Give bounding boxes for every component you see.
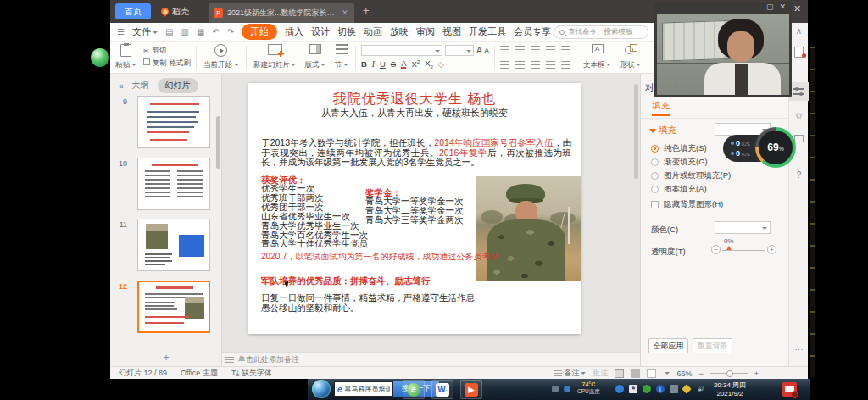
- menu-transition[interactable]: 切换: [337, 25, 356, 38]
- underline-button[interactable]: U: [380, 59, 386, 69]
- radio-pattern-fill[interactable]: 图案填充(A): [651, 184, 707, 195]
- add-slide-button[interactable]: +: [110, 352, 222, 364]
- tray-diamond-icon[interactable]: [682, 384, 691, 393]
- menu-devtools[interactable]: 开发工具: [469, 25, 506, 38]
- menu-review[interactable]: 审阅: [416, 25, 435, 38]
- panel-collapse-button[interactable]: «: [119, 81, 124, 91]
- taskbar-app-wps[interactable]: W·: [431, 380, 453, 399]
- format-painter-button[interactable]: 格式刷: [169, 58, 191, 69]
- slide-sorter-icon[interactable]: [631, 369, 640, 378]
- webcam-maximize-icon[interactable]: ▢: [766, 3, 774, 11]
- more-icon[interactable]: ···: [789, 345, 809, 354]
- zoom-in-button[interactable]: +: [754, 369, 759, 378]
- align-left-icon[interactable]: [500, 61, 509, 69]
- tray-dot-icon[interactable]: [564, 386, 570, 392]
- tab-home[interactable]: 首页: [115, 3, 151, 19]
- menu-view[interactable]: 视图: [442, 25, 461, 38]
- paste-button[interactable]: 粘贴: [114, 43, 138, 71]
- section-button[interactable]: 节: [332, 43, 350, 71]
- hamburger-icon[interactable]: ☰: [117, 27, 125, 36]
- floating-ball-icon[interactable]: [91, 48, 109, 67]
- zoom-slider-handle[interactable]: [726, 370, 733, 377]
- slide-title[interactable]: 我院优秀退役大学生 杨也: [248, 91, 581, 108]
- awards-list[interactable]: 优秀学生一次 优秀班干部两次 优秀团干部一次 山东省优秀毕业生一次 青岛大学优秀…: [261, 184, 368, 248]
- scholarship-list[interactable]: 青岛大学一等奖学金一次 青岛大学二等奖学金一次 青岛大学三等奖学金两次: [365, 197, 464, 225]
- zoom-slider[interactable]: [710, 373, 748, 374]
- play-from-current-button[interactable]: 当前开始: [202, 43, 241, 71]
- properties-panel-icon-selected[interactable]: [789, 82, 809, 101]
- numbering-icon[interactable]: [515, 46, 525, 53]
- transparency-plus-button[interactable]: +: [767, 245, 776, 254]
- new-tab-button[interactable]: +: [363, 4, 370, 17]
- reading-view-icon[interactable]: [647, 369, 656, 378]
- textbox-button[interactable]: A 文本框: [581, 43, 614, 71]
- font-color-button[interactable]: A: [401, 59, 406, 69]
- justify-icon[interactable]: [546, 61, 555, 69]
- superscript-button[interactable]: X2: [411, 59, 420, 69]
- panel-scrollbar[interactable]: [216, 116, 220, 169]
- command-search-input[interactable]: 查找命令、搜索模板: [554, 25, 648, 39]
- webcam-window[interactable]: ▢ ✕: [654, 2, 792, 97]
- preview-icon[interactable]: ▦: [197, 27, 204, 36]
- net-speed-widget[interactable]: 0K/S 0K/S 69%: [723, 127, 796, 168]
- tab-slides[interactable]: 幻灯片: [158, 78, 198, 93]
- slide-thumbnail-10[interactable]: [137, 158, 210, 210]
- taskbar-search-input[interactable]: e 黑马程序员培训...: [334, 381, 393, 397]
- highlight-button[interactable]: ◇: [438, 59, 444, 69]
- closing-lines[interactable]: 日复一日做同一件事情，精益求精，严格遵守生活作息 愚公移山的坚毅和耐心。: [261, 293, 475, 313]
- checkbox-hide-background[interactable]: 隐藏背景图形(H): [651, 199, 723, 210]
- menu-animation[interactable]: 动画: [364, 25, 382, 38]
- distribute-icon[interactable]: [561, 61, 570, 69]
- transparency-slider[interactable]: [722, 250, 765, 251]
- slide-thumbnail-11[interactable]: [137, 219, 210, 271]
- slide-thumbnail-12-selected[interactable]: [137, 281, 210, 333]
- align-right-icon[interactable]: [531, 61, 540, 69]
- strikethrough-button[interactable]: S: [391, 59, 396, 69]
- italic-button[interactable]: I: [372, 60, 375, 69]
- effects-star-icon[interactable]: ✩: [789, 111, 809, 120]
- tab-shell[interactable]: 稻壳: [156, 3, 194, 19]
- redo-icon[interactable]: ↷: [227, 27, 234, 36]
- comments-toggle[interactable]: 批注: [593, 368, 608, 379]
- chevron-down-icon[interactable]: [665, 372, 670, 375]
- tab-outline[interactable]: 大纲: [132, 80, 149, 92]
- webcam-close-icon[interactable]: ✕: [779, 3, 786, 11]
- network-icon[interactable]: [670, 385, 678, 393]
- soldier-photo[interactable]: [476, 176, 581, 281]
- menu-slideshow[interactable]: 放映: [390, 25, 409, 38]
- color-dropdown[interactable]: [715, 221, 771, 234]
- bold-button[interactable]: B: [361, 59, 367, 69]
- indent-increase-icon[interactable]: [546, 46, 555, 53]
- menu-design[interactable]: 设计: [311, 25, 330, 38]
- show-hidden-icons[interactable]: [552, 386, 559, 392]
- font-size-combo[interactable]: [445, 45, 474, 56]
- new-slide-button[interactable]: 新建幻灯片: [252, 43, 298, 71]
- indent-decrease-icon[interactable]: [531, 46, 540, 53]
- subscript-button[interactable]: X2: [425, 58, 433, 69]
- menu-member[interactable]: 会员专享: [514, 25, 551, 38]
- radio-gradient-fill[interactable]: 渐变填充(G): [651, 157, 708, 168]
- bullets-icon[interactable]: [500, 46, 509, 53]
- edit-scrollbar[interactable]: [634, 84, 638, 179]
- close-icon[interactable]: ✕: [793, 3, 801, 14]
- bluetooth-icon[interactable]: ᛒ: [656, 385, 665, 393]
- slide-canvas[interactable]: 我院优秀退役大学生 杨也 从青大入伍，从青大再出发，硬核班长的蜕变 于2013年…: [248, 83, 581, 334]
- radio-solid-fill[interactable]: 纯色填充(S): [651, 143, 707, 154]
- print-icon[interactable]: ▥: [181, 27, 188, 36]
- zoom-out-button[interactable]: −: [698, 369, 703, 378]
- slide-thumbnail-9[interactable]: [137, 96, 210, 148]
- slider-handle[interactable]: [726, 246, 732, 250]
- line-spacing-icon[interactable]: [561, 46, 570, 53]
- slide-subtitle[interactable]: 从青大入伍，从青大再出发，硬核班长的蜕变: [248, 107, 581, 119]
- tray-blue-icon[interactable]: [615, 385, 624, 393]
- save-icon[interactable]: ▤: [165, 27, 173, 36]
- exam-line[interactable]: 2020.7，以笔试面试均为第一名的好成绩，成功通过公务员考试: [261, 251, 499, 263]
- screen-share-red-icon[interactable]: [782, 382, 797, 397]
- notes-toggle[interactable]: 备注: [554, 368, 587, 379]
- cut-button[interactable]: ✂剪切: [143, 46, 191, 56]
- tab-document[interactable]: P 2021级新生家...数统学院家长会（ ） ✕: [209, 3, 354, 23]
- copy-button[interactable]: 复制: [143, 58, 166, 69]
- taskbar-app-wpp[interactable]: ▶: [460, 380, 482, 399]
- decrease-font-button[interactable]: A: [485, 47, 489, 54]
- increase-font-button[interactable]: A: [476, 46, 482, 55]
